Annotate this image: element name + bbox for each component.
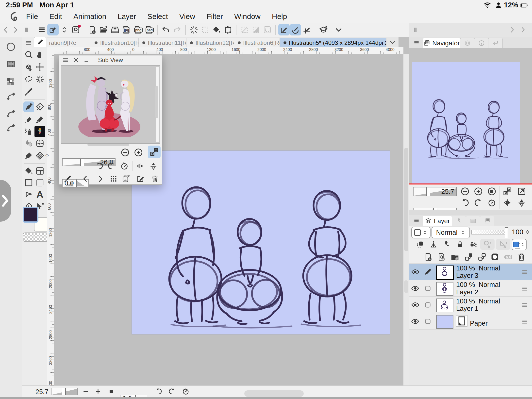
zoom-out-button[interactable] (81, 387, 91, 396)
rotate-ccw-button[interactable] (154, 387, 164, 396)
tab-layer-property[interactable] (452, 216, 466, 226)
tab-list-button[interactable] (386, 37, 399, 47)
slider-handle[interactable] (62, 388, 66, 395)
sub-view-header[interactable]: Sub View (59, 55, 162, 65)
selection-source-button[interactable] (480, 239, 495, 250)
sub-view-image-area[interactable] (61, 65, 160, 144)
menu-help[interactable]: Help (272, 12, 287, 21)
snap-to-grid-button[interactable] (301, 24, 312, 35)
flip-vertical-button[interactable] (516, 197, 527, 208)
tutorial-button[interactable] (318, 24, 329, 35)
thumbnail-grid-button[interactable] (108, 174, 119, 184)
document-tab[interactable]: Illustration11[R (139, 38, 186, 48)
rotate-cw-button[interactable] (106, 161, 117, 171)
import-image-button[interactable] (121, 174, 132, 184)
reselect-button[interactable] (200, 24, 211, 35)
tool-fill-bucket[interactable] (23, 166, 34, 176)
sub-view-vscrollbar-thumb[interactable] (155, 86, 158, 118)
document-tab[interactable]: Illustration12[R (186, 38, 234, 48)
rotate-ccw-button[interactable] (460, 197, 470, 208)
redo-button[interactable] (171, 24, 183, 35)
main-color-swatch[interactable] (23, 207, 38, 223)
sub-view-vscrollbar[interactable] (155, 66, 159, 142)
navigator-preview-area[interactable] (409, 48, 532, 183)
active-tool-tab[interactable] (34, 37, 46, 47)
minimize-icon[interactable] (83, 57, 90, 63)
navigator-zoom-slider[interactable]: 25.7 (413, 187, 457, 196)
canvas-zoom-slider[interactable] (51, 388, 78, 395)
tab-layer[interactable]: Layer (423, 216, 452, 226)
new-file-button[interactable] (87, 24, 98, 35)
tool-move[interactable] (34, 62, 45, 72)
tool-polyline[interactable] (23, 189, 34, 200)
panel-menu-icon[interactable] (62, 57, 69, 64)
tool-frame-border[interactable] (34, 166, 45, 176)
zoom-in-button[interactable] (93, 387, 103, 396)
slider-handle[interactable] (80, 158, 84, 166)
export-psd-button[interactable]: psd (143, 24, 155, 35)
row-drag-handle-icon[interactable] (521, 269, 529, 275)
document-tab-active[interactable]: Illustration5* (4093 x 2894px 144dpi 25.… (280, 38, 387, 48)
tool-gradient[interactable] (34, 177, 45, 188)
tool-decoration[interactable] (34, 126, 45, 137)
menu-animation[interactable]: Animation (73, 12, 106, 21)
row-drag-handle-icon[interactable] (521, 319, 529, 325)
tab-animation[interactable] (466, 216, 480, 226)
reset-rotation-button[interactable] (181, 387, 191, 396)
tab-layer-template[interactable] (480, 216, 494, 226)
layer-visibility-toggle[interactable] (409, 313, 422, 330)
fill-button[interactable] (211, 24, 222, 35)
quick-access-dock-button[interactable] (5, 92, 16, 102)
reset-rotation-button[interactable] (119, 161, 130, 171)
slider-handle[interactable] (426, 187, 430, 196)
merge-down-button[interactable] (477, 252, 487, 262)
collapse-panel-icon[interactable] (519, 26, 527, 33)
flip-horizontal-button[interactable] (135, 161, 145, 171)
toolbar-collapse-button[interactable] (333, 24, 344, 35)
snap-to-ruler-button[interactable] (278, 24, 290, 35)
apply-mask-button[interactable] (503, 252, 513, 262)
panel-menu-icon[interactable] (413, 39, 420, 46)
delete-layer-button[interactable] (516, 252, 527, 262)
tool-lasso[interactable] (23, 74, 34, 85)
transparent-color-swatch[interactable] (23, 233, 48, 242)
toolbar-menu-button[interactable] (36, 24, 47, 35)
reference-dock-button[interactable] (5, 123, 16, 134)
rotate-cw-button[interactable] (473, 197, 484, 208)
flip-horizontal-button[interactable] (502, 197, 513, 208)
layer-mask-button[interactable] (490, 252, 500, 262)
row-drag-handle-icon[interactable] (521, 302, 529, 308)
tool-figure[interactable] (23, 177, 34, 188)
layer-visibility-toggle[interactable] (409, 280, 422, 297)
menu-layer[interactable]: Layer (117, 12, 136, 21)
reference-layer-button[interactable] (496, 239, 510, 250)
spinner-icon[interactable] (525, 229, 531, 235)
palette-menu-icon[interactable] (25, 39, 32, 46)
previous-image-button[interactable] (80, 174, 91, 184)
layer-thumbnail[interactable] (436, 299, 453, 312)
lock-transparent-pixels-button[interactable] (468, 239, 478, 249)
toolbar-drag-handle-icon[interactable] (23, 26, 30, 33)
panel-drag-handle-icon[interactable] (412, 26, 419, 33)
layer-row[interactable]: 100 % Normal Layer 1 (409, 297, 532, 313)
rotate-cw-button[interactable] (167, 387, 177, 396)
transform-button[interactable] (222, 24, 233, 35)
lock-layer-button[interactable] (455, 239, 465, 249)
deselect-button[interactable] (188, 24, 200, 35)
zoom-in-button[interactable] (133, 147, 144, 158)
layer-select-checkbox[interactable] (422, 280, 434, 297)
export-jpg-button[interactable]: jpg (121, 24, 132, 35)
tool-zoom[interactable] (23, 49, 34, 60)
document-tab[interactable]: ration9[Re (45, 38, 91, 48)
layer-visibility-toggle[interactable] (409, 297, 422, 313)
fit-to-window-button[interactable] (502, 186, 513, 197)
zoom-out-button[interactable] (120, 147, 131, 158)
tool-pattern[interactable] (34, 150, 45, 161)
menu-file[interactable]: File (26, 12, 38, 21)
next-image-button[interactable] (95, 174, 105, 184)
open-file-button[interactable] (98, 24, 109, 35)
tool-switch-button[interactable] (59, 24, 70, 35)
menu-window[interactable]: Window (234, 12, 261, 21)
canvas-document[interactable] (132, 151, 390, 334)
new-folder-button[interactable] (450, 252, 460, 262)
